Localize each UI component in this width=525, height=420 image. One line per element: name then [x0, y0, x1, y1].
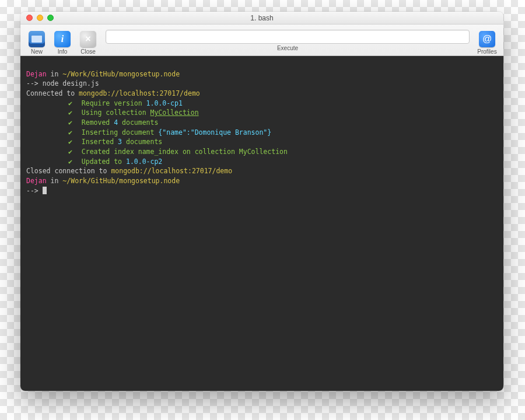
window-title: 1. bash: [20, 14, 503, 22]
info-button-label: Info: [58, 48, 68, 55]
cursor: [43, 187, 47, 194]
check-icon: ✔: [68, 138, 72, 146]
prompt-path: ~/Work/GitHub/mongosetup.node: [62, 70, 180, 78]
check-icon: ✔: [68, 99, 72, 107]
terminal-window: 1. bash New i Info × Close Execute @ Pro…: [20, 12, 503, 391]
collection-name: MyCollection: [150, 108, 199, 117]
zoom-window-button[interactable]: [47, 15, 54, 21]
new-terminal-icon: [29, 31, 45, 47]
line-updated: Updated to: [82, 158, 126, 166]
profiles-icon: @: [479, 31, 495, 47]
info-button[interactable]: i Info: [51, 27, 74, 55]
prompt-arrow: -->: [26, 79, 38, 88]
close-icon: ×: [80, 31, 96, 47]
execute-group: Execute: [102, 30, 473, 51]
new-button[interactable]: New: [25, 27, 48, 55]
line-removed: Removed: [82, 118, 114, 127]
inserted-count: 3: [118, 138, 122, 146]
command-line: node design.js: [43, 79, 99, 88]
check-icon: ✔: [68, 148, 72, 156]
profiles-button[interactable]: @ Profiles: [475, 27, 499, 55]
close-button-label: Close: [80, 48, 96, 55]
titlebar: 1. bash: [20, 12, 503, 24]
traffic-lights: [26, 15, 54, 21]
prompt-user: Dejan: [26, 70, 47, 78]
closed-url: mongodb://localhost:27017/demo: [111, 167, 232, 175]
prompt-user: Dejan: [26, 177, 47, 185]
line-require: Require version: [82, 99, 146, 107]
closed-label: Closed connection to: [26, 167, 111, 175]
prompt-in: in: [51, 70, 59, 78]
prompt-path: ~/Work/GitHub/mongosetup.node: [62, 177, 180, 185]
check-icon: ✔: [68, 128, 72, 136]
line-inserting: Inserting document: [82, 128, 159, 136]
insert-json: {"name":"Domonique Branson"}: [158, 128, 271, 136]
prompt-arrow: -->: [26, 187, 38, 195]
close-window-button[interactable]: [26, 15, 33, 21]
version-2: 1.0.0-cp2: [126, 158, 162, 166]
check-icon: ✔: [68, 108, 72, 117]
profiles-button-label: Profiles: [477, 48, 496, 55]
line-inserted: Inserted: [82, 138, 118, 146]
toolbar: New i Info × Close Execute @ Profiles: [20, 24, 503, 56]
execute-label: Execute: [106, 45, 470, 51]
minimize-window-button[interactable]: [37, 15, 43, 21]
close-button[interactable]: × Close: [76, 27, 100, 55]
line-index: Created index name_index on collection M…: [82, 148, 288, 156]
new-button-label: New: [31, 48, 43, 55]
prompt-in: in: [51, 177, 59, 185]
terminal-output[interactable]: Dejan in ~/Work/GitHub/mongosetup.node -…: [20, 56, 503, 391]
execute-input[interactable]: [106, 30, 470, 44]
info-icon: i: [54, 31, 71, 47]
version-1: 1.0.0-cp1: [146, 99, 183, 107]
line-using: Using collection: [82, 108, 150, 117]
check-icon: ✔: [68, 118, 72, 127]
connected-label: Connected to: [26, 89, 79, 97]
check-icon: ✔: [68, 158, 72, 166]
connected-url: mongodb://localhost:27017/demo: [79, 89, 200, 97]
